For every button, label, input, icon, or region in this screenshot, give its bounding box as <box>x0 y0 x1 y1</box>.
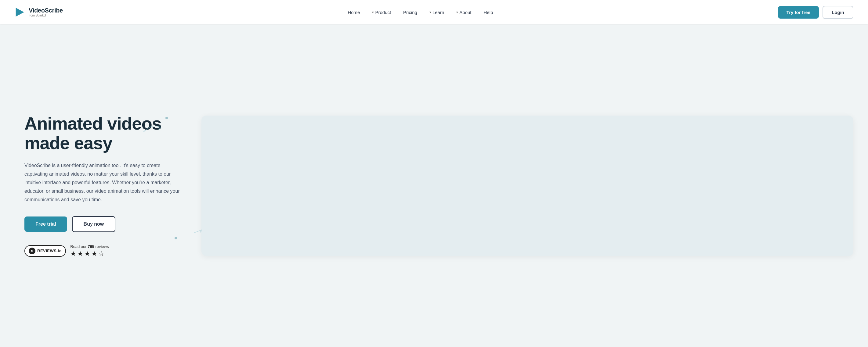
reviews-area: ⊛ REVIEWS.io Read our 765 reviews ★ ★ ★ … <box>24 244 183 258</box>
svg-marker-0 <box>16 8 24 17</box>
star-2-icon: ★ <box>77 250 83 258</box>
star-rating: ★ ★ ★ ★ ☆ <box>70 250 109 258</box>
nav-home[interactable]: Home <box>343 7 365 18</box>
reviews-info: Read our 765 reviews ★ ★ ★ ★ ☆ <box>70 244 109 258</box>
logo-text: VideoScribe from Sparkol <box>29 7 63 17</box>
deco-small-arrow-icon <box>192 229 205 238</box>
reviews-io-circle-icon: ⊛ <box>29 248 35 254</box>
free-trial-button[interactable]: Free trial <box>24 216 67 232</box>
brand-tagline: from Sparkol <box>29 14 63 17</box>
nav-help[interactable]: Help <box>479 7 498 18</box>
nav-actions: Try for free Login <box>778 6 854 19</box>
star-half-icon: ☆ <box>98 250 104 258</box>
logo[interactable]: VideoScribe from Sparkol <box>14 7 63 18</box>
nav-learn[interactable]: ▾ Learn <box>425 7 449 18</box>
buy-now-button[interactable]: Buy now <box>72 216 116 232</box>
try-for-free-button[interactable]: Try for free <box>778 6 819 19</box>
login-button[interactable]: Login <box>823 6 854 19</box>
nav-about[interactable]: ▾ About <box>452 7 476 18</box>
hero-description: VideoScribe is a user-friendly animation… <box>24 161 183 204</box>
main-nav: Home ▾ Product Pricing ▾ Learn ▾ About H… <box>343 7 498 18</box>
brand-name: VideoScribe <box>29 7 63 13</box>
star-3-icon: ★ <box>84 250 90 258</box>
deco-arrow-icon <box>141 120 165 138</box>
hero-section: Animated videos made easy VideoScribe is… <box>0 24 868 347</box>
star-1-icon: ★ <box>70 250 76 258</box>
deco-dot-2 <box>175 237 177 239</box>
nav-pricing[interactable]: Pricing <box>398 7 422 18</box>
about-chevron-icon: ▾ <box>456 10 458 14</box>
hero-video-area[interactable] <box>202 115 854 256</box>
star-4-icon: ★ <box>91 250 97 258</box>
reviews-read-text: Read our 765 reviews <box>70 244 109 249</box>
hero-content: Animated videos made easy VideoScribe is… <box>24 114 183 258</box>
reviews-io-badge[interactable]: ⊛ REVIEWS.io <box>24 245 66 257</box>
hero-cta-group: Free trial Buy now <box>24 216 183 232</box>
reviews-io-label: REVIEWS.io <box>37 248 62 253</box>
product-chevron-icon: ▾ <box>372 10 374 14</box>
header: VideoScribe from Sparkol Home ▾ Product … <box>0 0 868 24</box>
learn-chevron-icon: ▾ <box>429 10 431 14</box>
logo-icon <box>14 7 26 18</box>
nav-product[interactable]: ▾ Product <box>367 7 396 18</box>
